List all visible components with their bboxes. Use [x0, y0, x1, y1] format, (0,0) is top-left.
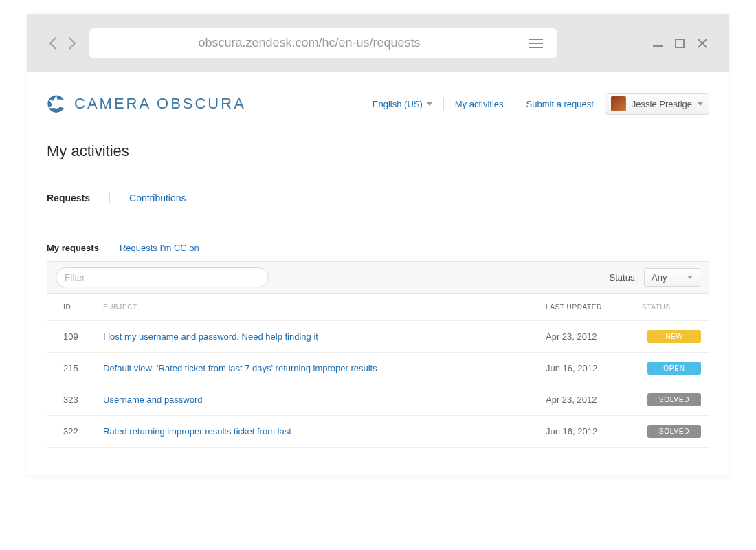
minimize-button[interactable]: [653, 45, 663, 47]
back-button[interactable]: [48, 37, 58, 50]
avatar: [611, 96, 626, 111]
ticket-id: 109: [47, 321, 95, 353]
brand-logo[interactable]: CAMERA OBSCURA: [47, 94, 246, 113]
col-last-updated: LAST UPDATED: [537, 294, 634, 321]
status-select[interactable]: Any: [644, 268, 700, 287]
tab-contributions[interactable]: Contributions: [129, 192, 186, 204]
col-status: STATUS: [634, 294, 709, 321]
table-row[interactable]: 109I lost my username and password. Need…: [47, 321, 709, 353]
dropdown-icon: [687, 276, 693, 279]
user-menu[interactable]: Jessie Prestige: [605, 93, 709, 115]
menu-icon[interactable]: [529, 38, 543, 48]
url-text: obscura.zendesk.com/hc/en-us/requests: [198, 36, 420, 50]
ticket-subject-link[interactable]: Default view: 'Rated ticket from last 7 …: [103, 363, 377, 373]
ticket-date: Apr 23, 2012: [537, 321, 634, 353]
divider: [443, 98, 444, 110]
ticket-id: 323: [47, 384, 95, 416]
forward-button[interactable]: [67, 37, 77, 50]
ticket-id: 322: [47, 416, 95, 448]
ticket-date: Apr 23, 2012: [537, 384, 634, 416]
language-label: English (US): [373, 99, 423, 109]
close-button[interactable]: [697, 38, 708, 49]
status-badge: OPEN: [647, 362, 701, 375]
user-name: Jessie Prestige: [632, 99, 692, 109]
divider: [515, 98, 515, 110]
divider: [109, 192, 110, 204]
status-badge: SOLVED: [647, 393, 701, 406]
ticket-date: Jun 16, 2012: [537, 353, 634, 384]
dropdown-icon: [698, 102, 703, 106]
ticket-id: 215: [47, 353, 95, 384]
status-label: Status:: [610, 272, 637, 283]
language-selector[interactable]: English (US): [373, 99, 432, 109]
filter-toolbar: Status: Any: [47, 261, 709, 294]
ticket-subject-link[interactable]: Username and password: [103, 395, 203, 405]
page-title: My activities: [47, 142, 709, 160]
table-row[interactable]: 323Username and passwordApr 23, 2012SOLV…: [47, 384, 709, 416]
filter-input[interactable]: [56, 267, 269, 287]
col-subject: SUBJECT: [95, 294, 537, 321]
ticket-subject-link[interactable]: I lost my username and password. Need he…: [103, 331, 318, 342]
browser-chrome: obscura.zendesk.com/hc/en-us/requests: [27, 14, 729, 72]
svg-point-0: [52, 100, 60, 107]
ticket-subject-link[interactable]: Rated returning improper results ticket …: [103, 426, 291, 437]
maximize-button[interactable]: [675, 38, 685, 48]
col-id: ID: [47, 294, 95, 321]
ticket-date: Jun 16, 2012: [537, 416, 634, 448]
subtab-cc-requests[interactable]: Requests I'm CC on: [120, 243, 199, 253]
nav-submit-request[interactable]: Submit a request: [526, 99, 594, 109]
requests-table: ID SUBJECT LAST UPDATED STATUS 109I lost…: [47, 294, 709, 448]
table-row[interactable]: 215Default view: 'Rated ticket from last…: [47, 353, 709, 384]
nav-my-activities[interactable]: My activities: [455, 99, 504, 109]
table-row[interactable]: 322Rated returning improper results tick…: [47, 416, 709, 448]
dropdown-icon: [427, 102, 432, 106]
status-badge: SOLVED: [647, 425, 701, 438]
subtab-my-requests[interactable]: My requests: [47, 243, 99, 253]
status-badge: NEW: [647, 330, 701, 343]
brand-name: CAMERA OBSCURA: [74, 95, 246, 113]
aperture-icon: [47, 94, 66, 113]
tab-requests[interactable]: Requests: [47, 192, 90, 204]
url-bar[interactable]: obscura.zendesk.com/hc/en-us/requests: [89, 28, 557, 58]
status-value: Any: [652, 272, 667, 283]
